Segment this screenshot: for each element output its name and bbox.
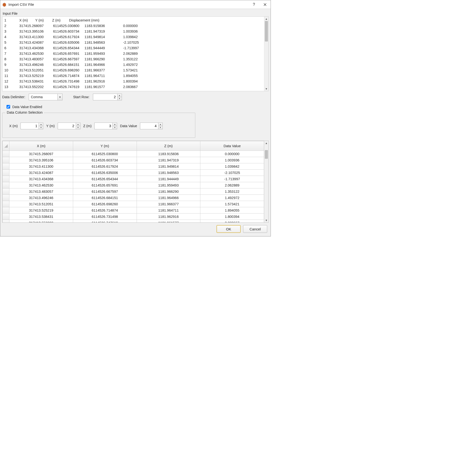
table-cell[interactable]: 1.039842 (200, 163, 264, 170)
spinner-up-icon[interactable]: ▲ (158, 123, 162, 126)
table-row[interactable]: 317413.4962466114526.6841511181.9649661.… (3, 195, 264, 201)
table-cell[interactable]: 6114526.667597 (73, 188, 137, 195)
table-row-header[interactable] (3, 220, 9, 223)
table-row[interactable]: 317413.4240876114526.6350061181.948563-2… (3, 170, 264, 176)
table-cell[interactable]: 1181.961577 (137, 220, 200, 223)
table-header-cell[interactable]: Data Value (200, 141, 264, 151)
table-cell[interactable]: 1181.949814 (137, 163, 200, 170)
table-header-cell[interactable]: Z (m) (137, 141, 200, 151)
table-cell[interactable]: 317413.512051 (9, 201, 73, 207)
table-cell[interactable]: 317413.462530 (9, 182, 73, 188)
table-row-header[interactable] (3, 182, 9, 188)
table-row-header[interactable] (3, 207, 9, 214)
table-cell[interactable]: 317413.552202 (9, 220, 73, 223)
table-cell[interactable]: -1.713997 (200, 176, 264, 182)
table-row[interactable]: 317413.4113006114526.6179241181.9498141.… (3, 163, 264, 170)
help-button[interactable]: ? (248, 0, 259, 9)
table-cell[interactable]: 6114526.698260 (73, 201, 137, 207)
table-cell[interactable]: 1.894055 (200, 207, 264, 214)
table-row-header[interactable] (3, 163, 9, 170)
table-cell[interactable]: 317413.483057 (9, 188, 73, 195)
table-cell[interactable]: -2.107025 (200, 170, 264, 176)
spinner-down-icon[interactable]: ▼ (158, 126, 162, 129)
table-cell[interactable]: 6114526.747619 (73, 220, 137, 223)
table-row-header[interactable] (3, 188, 9, 195)
table-cell[interactable]: 317413.411300 (9, 163, 73, 170)
table-cell[interactable]: 6114526.654344 (73, 176, 137, 182)
table-cell[interactable]: 6114526.684151 (73, 195, 137, 201)
table-cell[interactable]: 6114526.731498 (73, 214, 137, 220)
table-row-header[interactable] (3, 157, 9, 163)
table-row[interactable]: 317413.5384316114526.7314981181.9629161.… (3, 214, 264, 220)
table-cell[interactable]: 317413.538431 (9, 214, 73, 220)
table-row-header[interactable] (3, 214, 9, 220)
table-cell[interactable]: 6114526.635006 (73, 170, 137, 176)
table-cell[interactable]: 317413.525219 (9, 207, 73, 214)
table-cell[interactable]: 1.800394 (200, 214, 264, 220)
data-table[interactable]: X (m)Y (m)Z (m)Data Value317415.26809761… (2, 141, 264, 223)
y-col-input[interactable] (58, 123, 76, 129)
ok-button[interactable]: OK (217, 225, 241, 233)
table-cell[interactable]: 317413.496246 (9, 195, 73, 201)
dropdown-arrow-icon[interactable]: ▼ (57, 94, 62, 100)
table-cell[interactable]: 1181.948563 (137, 170, 200, 176)
preview-scrollbar[interactable]: ▲ ▼ (264, 17, 268, 91)
table-cell[interactable]: 2.083667 (200, 220, 264, 223)
x-col-spinner[interactable]: ▲▼ (21, 123, 43, 129)
spinner-up-icon[interactable]: ▲ (76, 123, 80, 126)
data-delimiter-dropdown[interactable]: Comma ▼ (29, 94, 63, 100)
table-cell[interactable]: 1181.959493 (137, 182, 200, 188)
y-col-spinner[interactable]: ▲▼ (58, 123, 80, 129)
table-header-cell[interactable]: X (m) (9, 141, 73, 151)
table-row[interactable]: 317413.5252196114526.7148741181.9647111.… (3, 207, 264, 214)
table-row[interactable]: 317413.5120516114526.6982601181.9663771.… (3, 201, 264, 207)
table-cell[interactable]: 1181.944449 (137, 176, 200, 182)
table-cell[interactable]: 1.573421 (200, 201, 264, 207)
scroll-down-arrow-icon[interactable]: ▼ (264, 87, 268, 91)
scroll-down-arrow-icon[interactable]: ▼ (264, 218, 268, 222)
table-cell[interactable]: 1.003936 (200, 157, 264, 163)
spinner-up-icon[interactable]: ▲ (113, 123, 117, 126)
table-cell[interactable]: 317413.395106 (9, 157, 73, 163)
table-row-header[interactable] (3, 176, 9, 182)
scroll-up-arrow-icon[interactable]: ▲ (264, 17, 268, 21)
data-value-enabled-checkbox[interactable] (7, 105, 10, 109)
spinner-down-icon[interactable]: ▼ (39, 126, 43, 129)
table-cell[interactable]: 1181.964711 (137, 207, 200, 214)
table-row-header[interactable] (3, 201, 9, 207)
cancel-button[interactable]: Cancel (243, 225, 267, 233)
spinner-down-icon[interactable]: ▼ (113, 126, 117, 129)
table-cell[interactable]: 317413.434368 (9, 176, 73, 182)
table-row-header[interactable] (3, 151, 9, 157)
table-row[interactable]: 317413.4830576114526.6675971181.9662901.… (3, 188, 264, 195)
close-button[interactable] (259, 0, 271, 9)
data-col-spinner[interactable]: ▲▼ (140, 123, 163, 129)
table-scroll-thumb[interactable] (265, 150, 268, 159)
table-cell[interactable]: 1181.962916 (137, 214, 200, 220)
spinner-up-icon[interactable]: ▲ (39, 123, 43, 126)
preview-scroll-thumb[interactable] (265, 21, 268, 41)
table-scrollbar[interactable]: ▲ ▼ (264, 141, 268, 222)
table-row[interactable]: 317413.4343686114526.6543441181.944449-1… (3, 176, 264, 182)
table-cell[interactable]: 6114526.714874 (73, 207, 137, 214)
table-row-header[interactable] (3, 195, 9, 201)
table-cell[interactable]: 1181.964966 (137, 195, 200, 201)
table-cell[interactable]: 1.492972 (200, 195, 264, 201)
table-row[interactable]: 317413.5522026114526.7476191181.9615772.… (3, 220, 264, 223)
table-cell[interactable]: 1181.966290 (137, 188, 200, 195)
table-row[interactable]: 317413.4625306114526.6576911181.9594932.… (3, 182, 264, 188)
table-header-cell[interactable]: Y (m) (73, 141, 137, 151)
start-row-input[interactable] (93, 94, 117, 100)
spinner-down-icon[interactable]: ▼ (76, 126, 80, 129)
table-cell[interactable]: 1181.966377 (137, 201, 200, 207)
table-cell[interactable]: 2.062889 (200, 182, 264, 188)
x-col-input[interactable] (21, 123, 39, 129)
spinner-up-icon[interactable]: ▲ (118, 94, 122, 97)
data-col-input[interactable] (140, 123, 158, 129)
table-corner-cell[interactable] (3, 141, 9, 151)
table-cell[interactable]: 317415.268097 (9, 151, 73, 157)
scroll-up-arrow-icon[interactable]: ▲ (264, 141, 268, 145)
table-cell[interactable]: 0.000000 (200, 151, 264, 157)
table-cell[interactable]: 6114526.603734 (73, 157, 137, 163)
z-col-spinner[interactable]: ▲▼ (94, 123, 117, 129)
